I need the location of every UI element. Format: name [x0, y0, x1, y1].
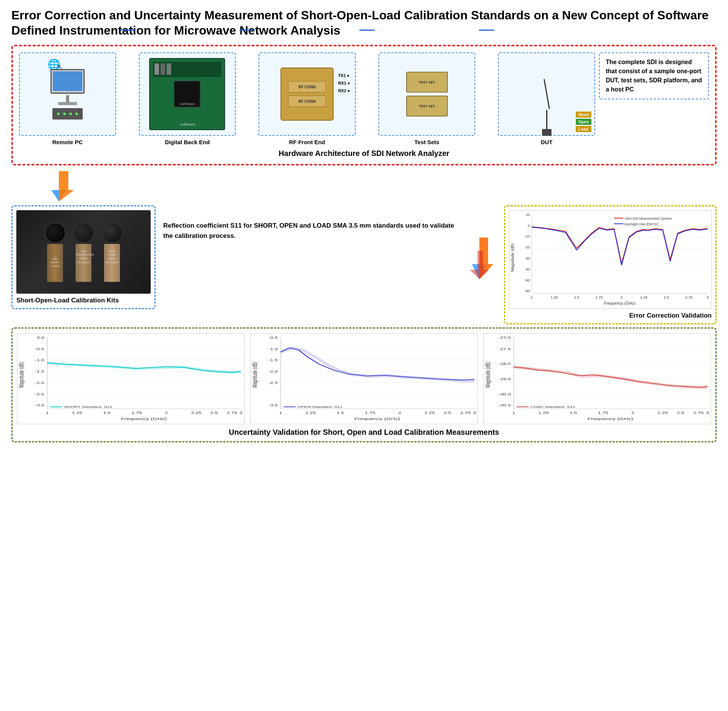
svg-text:-30: -30	[525, 256, 530, 260]
reflection-text: Reflection coefficient S11 for SHORT, OP…	[163, 205, 455, 241]
cal-head-short	[45, 222, 66, 243]
svg-text:2.75: 2.75	[685, 295, 693, 299]
port-dot	[76, 113, 78, 115]
svg-text:-0.5: -0.5	[35, 347, 44, 351]
svg-text:3: 3	[706, 295, 709, 299]
svg-text:1: 1	[279, 411, 282, 415]
mid-arrow	[462, 205, 496, 281]
svg-text:SHORT Standard, S11: SHORT Standard, S11	[64, 405, 112, 409]
svg-text:2.5: 2.5	[210, 411, 218, 415]
cal-body-open: SMAOPEN24K50S/N 011511	[104, 244, 120, 282]
svg-text:1: 1	[46, 411, 49, 415]
page-title: Error Correction and Uncertainty Measure…	[11, 8, 717, 38]
svg-text:0.0: 0.0	[37, 336, 44, 340]
svg-text:-2.0: -2.0	[35, 381, 44, 385]
port-dot	[57, 113, 60, 115]
svg-text:-40: -40	[525, 267, 530, 271]
svg-text:-0.5: -0.5	[268, 336, 278, 340]
hardware-row: 🌐 ↖ Remote PC	[19, 52, 709, 145]
test-set-box-2: TEST SET	[406, 96, 448, 116]
svg-text:2.5: 2.5	[677, 411, 685, 415]
svg-text:1.75: 1.75	[596, 295, 603, 299]
arrow-1	[42, 169, 76, 203]
svg-text:Magnitude (dB): Magnitude (dB)	[251, 362, 258, 388]
rf-connector-2: RF CONN	[288, 96, 326, 107]
dut-cell: Short Open Load DUT	[498, 52, 595, 145]
svg-text:2.75: 2.75	[460, 411, 471, 415]
sdi-description: The complete SDI is designed that consis…	[599, 52, 709, 99]
svg-text:3: 3	[240, 411, 243, 415]
svg-text:1.5: 1.5	[336, 411, 344, 415]
svg-text:Frequency (GHz): Frequency (GHz)	[588, 417, 633, 421]
svg-text:Frequency (GHz): Frequency (GHz)	[604, 301, 635, 305]
svg-text:2.25: 2.25	[424, 411, 435, 415]
svg-text:2.25: 2.25	[640, 295, 648, 299]
port-dot	[63, 113, 66, 115]
remote-pc-label: Remote PC	[52, 139, 83, 145]
svg-text:1.25: 1.25	[539, 411, 549, 415]
fpga-board-icon: SoFtWare SoftBoard	[149, 58, 225, 130]
dut-label: DUT	[541, 139, 553, 145]
load-label: Load	[576, 126, 591, 132]
svg-text:1.5: 1.5	[574, 295, 579, 299]
svg-text:1.75: 1.75	[131, 411, 142, 415]
svg-text:Magnitude (dB): Magnitude (dB)	[510, 244, 515, 272]
svg-text:2.25: 2.25	[191, 411, 202, 415]
svg-text:2.5: 2.5	[444, 411, 451, 415]
fpga-chip-icon: SoFtWare	[174, 81, 200, 107]
open-label: Open	[576, 119, 591, 125]
svg-text:2: 2	[398, 411, 401, 415]
digital-back-end-label: Digital Back End	[165, 139, 210, 145]
hardware-section-title: Hardware Architecture of SDI Network Ana…	[19, 149, 709, 158]
svg-text:-1.5: -1.5	[35, 370, 44, 374]
test-sets-label: Test Sets	[414, 139, 440, 145]
svg-text:-2.0: -2.0	[268, 370, 278, 374]
svg-text:-1.0: -1.0	[35, 358, 44, 362]
svg-text:Magnitude (dB): Magnitude (dB)	[18, 362, 25, 388]
svg-text:0: 0	[528, 223, 530, 228]
middle-section: SMASHORT2.4K50 SMATERMINATION28K50S/N 09…	[11, 205, 717, 324]
cal-kit-open: SMAOPEN24K50S/N 011511	[102, 222, 123, 282]
rf-labels: TX1 ● RX1 ● RX2 ●	[338, 72, 350, 94]
svg-text:-3.0: -3.0	[268, 403, 278, 407]
error-correction-chart: 10 0 -10 -20 -30 -40 -50 -60 1	[509, 210, 712, 309]
svg-text:1: 1	[531, 295, 533, 299]
svg-text:3: 3	[706, 411, 709, 415]
svg-text:KeySight VNA E5071C: KeySight VNA E5071C	[624, 222, 659, 226]
dut-box: Short Open Load	[498, 52, 595, 136]
digital-back-end-box: SoFtWare SoftBoard	[139, 52, 236, 136]
svg-text:-20: -20	[525, 245, 530, 249]
test-sets-cell: TEST SET TEST SET Test Sets	[378, 52, 476, 145]
short-label: Short	[576, 112, 591, 118]
port-dot	[69, 113, 72, 115]
svg-text:1.5: 1.5	[570, 411, 577, 415]
svg-text:-1.0: -1.0	[268, 347, 278, 351]
cal-kits-label: Short-Open-Load Calibration Kits	[16, 297, 151, 304]
open-chart-box: -0.5 -1.0 -1.5 -2.0 -2.5 -3.0 1 1.25 1.5…	[251, 333, 478, 424]
svg-text:1.75: 1.75	[365, 411, 375, 415]
svg-text:VNA-SDI Measurement System: VNA-SDI Measurement System	[624, 217, 671, 220]
load-chart-box: -27.0 -27.5 -28.0 -29.0 -30.0 -30.5 1 1.…	[484, 333, 711, 424]
svg-text:1.25: 1.25	[551, 295, 558, 299]
svg-text:2: 2	[621, 295, 622, 299]
svg-text:2.75: 2.75	[227, 411, 238, 415]
digital-back-end-cell: SoFtWare SoftBoard Digital Back End	[139, 52, 236, 145]
test-set-box-1: TEST SET	[406, 72, 448, 93]
cal-kits-image: SMASHORT2.4K50 SMATERMINATION28K50S/N 09…	[16, 210, 151, 294]
sol-labels: Short Open Load	[576, 112, 591, 132]
remote-pc-cell: 🌐 ↖ Remote PC	[19, 52, 116, 145]
svg-text:-1.5: -1.5	[268, 358, 278, 362]
test-sets-box: TEST SET TEST SET	[378, 52, 476, 136]
rf-connector-1: RF CONN	[288, 81, 326, 93]
error-correction-box: 10 0 -10 -20 -30 -40 -50 -60 1	[504, 205, 717, 324]
error-correction-section: 10 0 -10 -20 -30 -40 -50 -60 1	[504, 205, 717, 324]
svg-text:1.5: 1.5	[103, 411, 111, 415]
svg-text:2: 2	[165, 411, 168, 415]
svg-text:-50: -50	[525, 278, 530, 282]
monitor-base	[58, 102, 77, 105]
monitor-screen	[53, 71, 82, 91]
svg-text:1.75: 1.75	[598, 411, 609, 415]
svg-text:1: 1	[512, 411, 515, 415]
svg-text:1.25: 1.25	[305, 411, 316, 415]
svg-text:2.75: 2.75	[693, 411, 704, 415]
